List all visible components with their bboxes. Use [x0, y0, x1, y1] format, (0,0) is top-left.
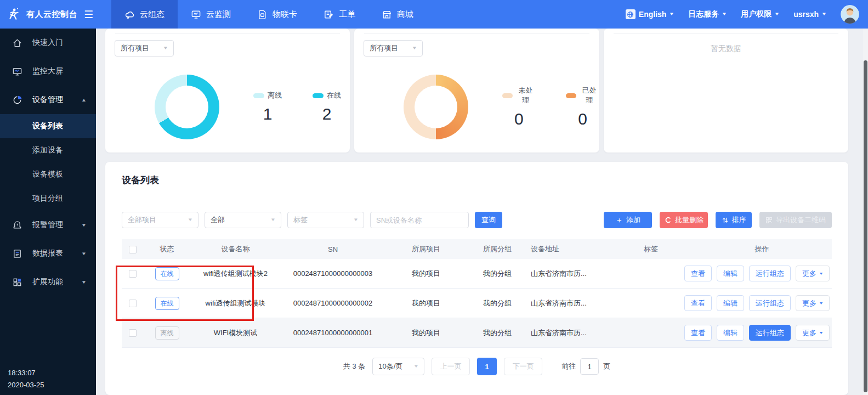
card-divider: [115, 33, 340, 34]
sidebar-item-alarm-mgmt[interactable]: 报警管理 ▼: [0, 211, 96, 239]
device-status-project-select[interactable]: 所有项目 ▼: [115, 40, 174, 57]
device-group: 我的分组: [467, 328, 527, 338]
run-scada-button[interactable]: 运行组态: [749, 295, 791, 311]
store-icon: [382, 9, 392, 20]
sn-search-input[interactable]: [370, 212, 469, 228]
select-value: 所有项目: [121, 43, 149, 53]
usr-runner-logo-icon: [7, 7, 21, 21]
row-checkbox[interactable]: [129, 300, 137, 307]
device-group: 我的分组: [467, 269, 527, 279]
sidebar-subitem-add-device[interactable]: 添加设备: [0, 138, 96, 162]
goto-page-input[interactable]: [580, 358, 599, 375]
table-header: 状态 设备名称 SN 所属项目 所属分组 设备地址 标签 操作: [122, 239, 832, 259]
row-checkbox[interactable]: [129, 329, 137, 337]
page-1-button[interactable]: 1: [477, 358, 497, 375]
view-button[interactable]: 查看: [684, 325, 712, 341]
more-button[interactable]: 更多 ▼: [796, 295, 830, 311]
chevron-down-icon: ▼: [81, 223, 87, 228]
select-value: 10条/页: [378, 362, 402, 371]
sidebar-subitem-device-list[interactable]: 设备列表: [0, 114, 96, 138]
device-address: 山东省济南市历...: [527, 298, 610, 308]
status-filter-select[interactable]: 全部 ▼: [205, 212, 281, 228]
sort-button[interactable]: 排序: [716, 212, 752, 228]
more-button[interactable]: 更多 ▼: [796, 325, 830, 341]
monitor-icon: [191, 9, 201, 20]
device-name: WIFI模块测试: [190, 328, 281, 338]
big-screen-icon: [12, 66, 22, 77]
log-service-menu[interactable]: 日志服务 ▼: [688, 9, 727, 19]
user-account-menu[interactable]: usrsxh ▼: [793, 10, 826, 19]
nav-tab-iot-card[interactable]: 物联卡: [244, 0, 310, 29]
nav-tab-cloud-scada[interactable]: 云组态: [111, 0, 178, 29]
nav-tab-label: 工单: [339, 9, 355, 20]
device-address: 山东省济南市历...: [527, 269, 610, 279]
sidebar-item-extensions[interactable]: 扩展功能 ▼: [0, 268, 96, 296]
button-label: 更多: [802, 298, 816, 308]
legend-swatch-online: [313, 93, 324, 98]
clock-date: 2020-03-25: [8, 379, 44, 392]
alarm-project-select[interactable]: 所有项目 ▼: [364, 40, 423, 57]
status-badge: 离线: [155, 326, 179, 340]
legend-label: 未处理: [516, 86, 536, 105]
alarm-status-legend: 未处理 0 已处理 0: [502, 86, 599, 128]
run-scada-button[interactable]: 运行组态: [749, 325, 791, 341]
card-divider: [364, 33, 589, 34]
report-doc-icon: [12, 249, 22, 259]
hamburger-menu-icon[interactable]: ☰: [84, 9, 93, 20]
chevron-up-icon: ▲: [81, 98, 87, 103]
query-button[interactable]: 查询: [475, 212, 502, 228]
alarm-bell-icon: [12, 220, 22, 230]
add-device-button[interactable]: ＋ 添加: [604, 212, 652, 228]
chevron-down-icon: ▼: [81, 251, 87, 256]
sidebar-subitem-device-template[interactable]: 设备模板: [0, 162, 96, 187]
sidebar-item-monitor-screen[interactable]: 监控大屏: [0, 57, 96, 86]
globe-icon: [626, 9, 636, 19]
sidebar-item-label: 设备管理: [32, 95, 63, 105]
project-filter-select[interactable]: 全部项目 ▼: [122, 212, 198, 228]
sidebar-subitem-project-group[interactable]: 项目分组: [0, 187, 96, 211]
edit-button[interactable]: 编辑: [717, 325, 744, 341]
nav-tab-cloud-monitor[interactable]: 云监测: [178, 0, 244, 29]
primary-nav: 云组态 云监测 物联卡 工单: [111, 0, 427, 29]
tag-filter-select[interactable]: 标签 ▼: [287, 212, 364, 228]
user-permission-menu[interactable]: 用户权限 ▼: [741, 9, 779, 19]
nav-tab-work-order[interactable]: 工单: [310, 0, 368, 29]
device-sn: 00024871000000000001: [281, 329, 385, 337]
next-page-button[interactable]: 下一页: [504, 358, 542, 375]
work-order-icon: [324, 9, 334, 20]
button-label: 更多: [802, 269, 816, 279]
chevron-down-icon: ▼: [819, 272, 824, 275]
export-qr-button[interactable]: 导出设备二维码: [759, 212, 832, 228]
batch-delete-button[interactable]: 批量删除: [660, 212, 708, 228]
select-all-checkbox[interactable]: [129, 246, 137, 253]
user-permission-label: 用户权限: [741, 9, 771, 19]
language-switcher[interactable]: English ▼: [626, 9, 674, 19]
submenu-label: 设备模板: [32, 170, 63, 179]
device-address: 山东省济南市历...: [527, 328, 610, 338]
view-button[interactable]: 查看: [684, 266, 712, 281]
top-navbar: 有人云控制台 ☰ 云组态 云监测 物联卡: [0, 0, 868, 29]
sidebar-item-data-report[interactable]: 数据报表 ▼: [0, 239, 96, 268]
nav-tab-mall[interactable]: 商城: [368, 0, 427, 29]
select-value: 全部: [211, 215, 225, 225]
scrollbar-thumb[interactable]: [864, 60, 867, 392]
select-placeholder: 标签: [293, 215, 308, 225]
sidebar-item-quick-start[interactable]: 快速入门: [0, 29, 96, 57]
brand[interactable]: 有人云控制台 ☰: [0, 0, 96, 29]
goto-label: 前往: [561, 362, 576, 371]
chevron-down-icon: ▼: [163, 46, 168, 50]
edit-button[interactable]: 编辑: [717, 266, 744, 281]
view-button[interactable]: 查看: [684, 295, 712, 311]
device-project: 我的项目: [385, 298, 467, 308]
more-button[interactable]: 更多 ▼: [796, 266, 830, 281]
edit-button[interactable]: 编辑: [717, 295, 744, 311]
page-size-select[interactable]: 10条/页 ▼: [372, 358, 424, 375]
avatar[interactable]: [841, 5, 859, 24]
row-checkbox[interactable]: [129, 270, 137, 278]
prev-page-button[interactable]: 上一页: [432, 358, 470, 375]
run-scada-button[interactable]: 运行组态: [749, 266, 791, 281]
sidebar-item-label: 监控大屏: [32, 66, 63, 76]
button-label: 排序: [732, 215, 746, 225]
sidebar-item-label: 报警管理: [32, 220, 63, 230]
sidebar-item-device-mgmt[interactable]: 设备管理 ▲: [0, 86, 96, 114]
